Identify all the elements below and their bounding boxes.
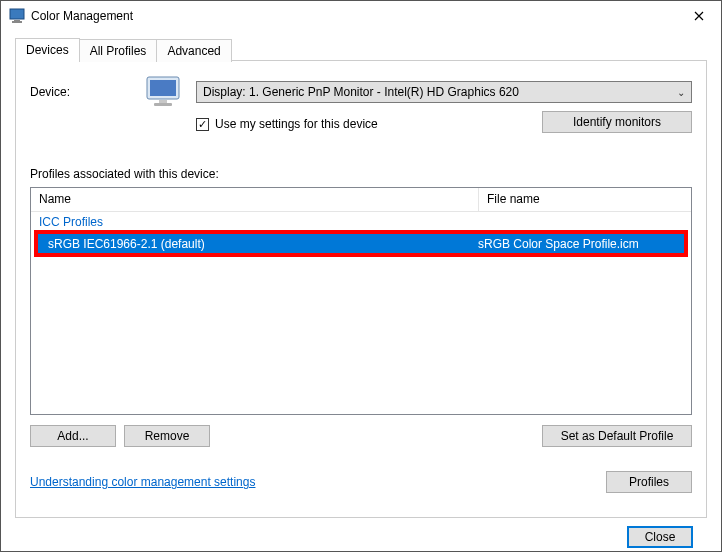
column-header-name[interactable]: Name xyxy=(31,188,479,211)
profile-row-selected[interactable]: sRGB IEC61966-2.1 (default) sRGB Color S… xyxy=(38,234,684,253)
profile-file-cell: sRGB Color Space Profile.icm xyxy=(478,237,684,251)
profile-group-icc[interactable]: ICC Profiles xyxy=(31,212,691,232)
device-dropdown[interactable]: Display: 1. Generic PnP Monitor - Intel(… xyxy=(196,81,692,103)
device-selected-text: Display: 1. Generic PnP Monitor - Intel(… xyxy=(203,85,519,99)
titlebar: Color Management xyxy=(1,1,721,31)
tab-devices[interactable]: Devices xyxy=(15,38,80,61)
svg-rect-5 xyxy=(159,100,167,103)
tab-strip: Devices All Profiles Advanced xyxy=(15,37,707,61)
svg-rect-4 xyxy=(150,80,176,96)
svg-rect-0 xyxy=(10,9,24,19)
profiles-button[interactable]: Profiles xyxy=(606,471,692,493)
use-settings-checkbox[interactable]: ✓ xyxy=(196,118,209,131)
close-button[interactable]: Close xyxy=(627,526,693,548)
tab-all-profiles[interactable]: All Profiles xyxy=(79,39,158,62)
profile-name-cell: sRGB IEC61966-2.1 (default) xyxy=(38,237,478,251)
identify-monitors-button[interactable]: Identify monitors xyxy=(542,111,692,133)
profiles-table: Name File name ICC Profiles sRGB IEC6196… xyxy=(30,187,692,415)
understanding-link[interactable]: Understanding color management settings xyxy=(30,475,255,489)
app-icon xyxy=(9,8,25,24)
use-settings-label: Use my settings for this device xyxy=(215,117,378,131)
set-default-button[interactable]: Set as Default Profile xyxy=(542,425,692,447)
profiles-associated-label: Profiles associated with this device: xyxy=(30,167,692,181)
remove-button[interactable]: Remove xyxy=(124,425,210,447)
table-header: Name File name xyxy=(31,188,691,212)
window-title: Color Management xyxy=(31,9,676,23)
svg-rect-1 xyxy=(14,20,20,21)
svg-rect-6 xyxy=(154,103,172,106)
tab-panel-devices: Device: Display: 1. Generic PnP Monitor … xyxy=(15,61,707,518)
tab-advanced[interactable]: Advanced xyxy=(156,39,231,62)
chevron-down-icon: ⌄ xyxy=(677,87,685,98)
column-header-file[interactable]: File name xyxy=(479,188,691,211)
annotation-highlight: sRGB IEC61966-2.1 (default) sRGB Color S… xyxy=(34,230,688,257)
device-label: Device: xyxy=(30,85,144,99)
add-button[interactable]: Add... xyxy=(30,425,116,447)
monitor-icon xyxy=(144,75,186,109)
svg-rect-2 xyxy=(12,21,22,23)
window-close-button[interactable] xyxy=(676,1,721,31)
